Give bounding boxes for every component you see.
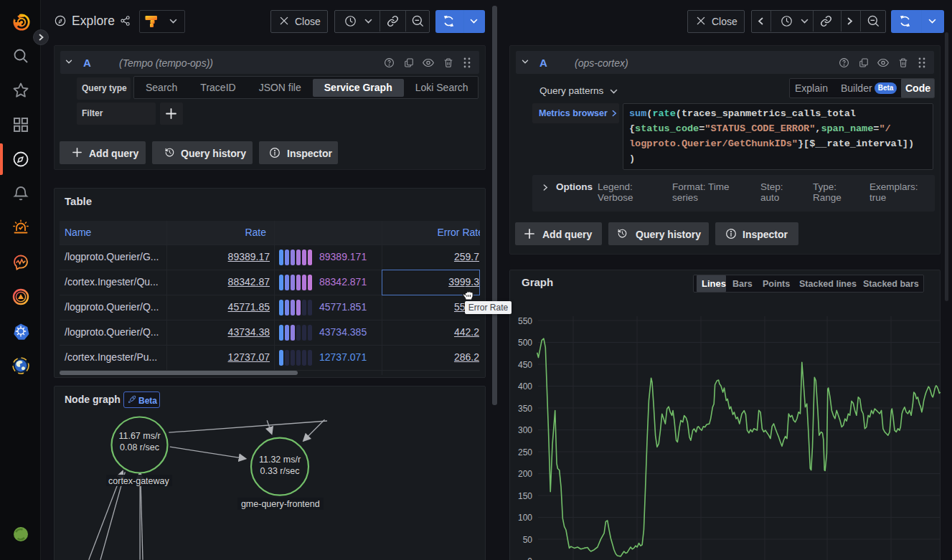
svg-text:400: 400 [518, 381, 532, 391]
svg-text:gme-query-frontend: gme-query-frontend [241, 499, 320, 509]
svg-text:500: 500 [518, 338, 532, 348]
svg-text:250: 250 [518, 447, 532, 457]
svg-text:11.32 ms/r: 11.32 ms/r [259, 455, 301, 465]
svg-text:300: 300 [518, 425, 532, 435]
svg-text:450: 450 [518, 360, 532, 370]
svg-text:cortex-gateway: cortex-gateway [108, 476, 170, 486]
svg-text:100: 100 [518, 513, 532, 523]
svg-text:0.08 r/sec: 0.08 r/sec [120, 442, 159, 452]
svg-text:0.33 r/sec: 0.33 r/sec [260, 466, 300, 476]
svg-text:200: 200 [518, 469, 532, 479]
svg-text:50: 50 [523, 535, 533, 545]
svg-text:0: 0 [527, 556, 532, 560]
svg-text:350: 350 [518, 404, 532, 414]
svg-text:150: 150 [518, 491, 532, 501]
svg-text:550: 550 [518, 316, 532, 326]
svg-text:11.67 ms/r: 11.67 ms/r [118, 431, 160, 441]
